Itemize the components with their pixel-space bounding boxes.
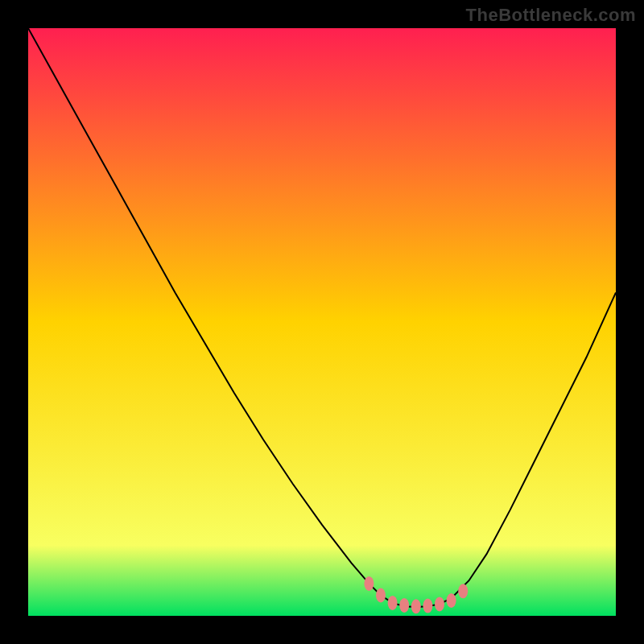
plot-area	[28, 28, 616, 616]
chart-container: { "watermark": "TheBottleneck.com", "bg_…	[0, 0, 644, 644]
curve-marker	[447, 593, 456, 608]
bottleneck-curve	[28, 28, 616, 607]
curve-marker	[458, 584, 468, 598]
curve-marker	[423, 599, 432, 613]
curve-marker	[411, 599, 421, 613]
curve-marker	[388, 596, 398, 610]
curve-marker	[399, 598, 409, 613]
watermark-text: TheBottleneck.com	[466, 5, 636, 26]
plot-overlay	[28, 28, 616, 616]
curve-marker	[435, 597, 444, 611]
marker-group	[364, 576, 468, 613]
curve-marker	[376, 588, 386, 603]
curve-marker	[364, 576, 374, 591]
